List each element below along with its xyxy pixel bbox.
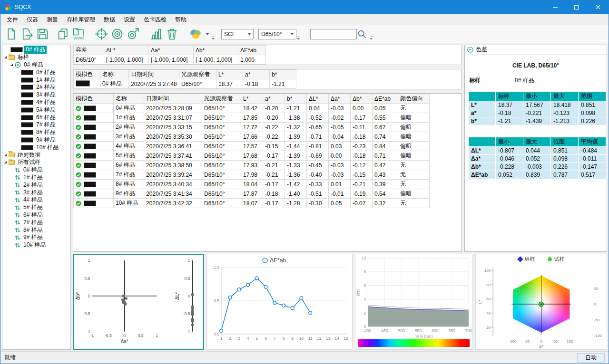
menu-item[interactable]: 帮助 [171,14,191,25]
table-row[interactable]: 10# 样品2020/7/25 3:42:32D65/10°18.07-0.17… [74,199,462,208]
tree-item[interactable]: 0# 样品 [2,46,70,54]
tree-item[interactable]: 标样 [2,54,70,61]
tree-item[interactable]: 4# 样品 [2,99,70,106]
menu-item[interactable]: 色卡匹检 [139,14,171,25]
tree-item[interactable]: 10# 样品 [2,241,70,249]
tree-item[interactable]: 0# 样品 [2,68,70,76]
expander-icon[interactable] [4,154,7,156]
svg-text:20: 20 [486,326,491,330]
menu-item[interactable]: 文件 [2,14,22,25]
new-file-button[interactable] [4,27,18,41]
tree-item[interactable]: 3# 样品 [2,189,70,196]
menu-item[interactable]: 测量 [42,14,62,25]
column-header: a* [263,94,285,104]
tree-item[interactable]: 0# 样品 [2,61,70,69]
menu-item[interactable]: 设置 [119,14,139,25]
tree-item[interactable]: 0# 样品 [2,166,70,174]
deltae-line-chart-panel[interactable]: ΔE*ab0.00.51.0123456789101112131415 [206,254,353,350]
color-swatch [84,172,96,178]
tree-item[interactable]: 8# 样品 [2,129,70,136]
collapse-panel-icon[interactable] [467,47,473,53]
tree-item[interactable]: 1# 样品 [2,174,70,182]
tree-item[interactable]: 7# 样品 [2,219,70,226]
tree-item[interactable]: 9# 样品 [2,136,70,144]
export-file-button[interactable] [20,27,34,41]
minimize-button[interactable] [544,0,566,14]
folder-icon [9,55,15,60]
stats-row: b*-1.21-1.439-1.2130.226 [469,117,606,125]
tree-item[interactable]: 5# 样品 [2,204,70,211]
svg-text:0: 0 [88,294,90,298]
illuminant-select[interactable]: D65/10° [258,29,296,39]
tree-item[interactable]: 所有试样 [2,159,70,166]
table-row[interactable]: 1# 样品2020/7/25 3:31:07D65/10°17.85-0.20-… [74,113,462,123]
table-row[interactable]: D65/10°[-1.000, 1.000][-1.000, 1.000][-1… [74,55,462,65]
chart-button[interactable] [149,27,163,41]
tree-item[interactable]: 6# 样品 [2,114,70,121]
table-row[interactable]: 5# 样品2020/7/25 3:37:41D65/10°17.68-0.17-… [74,151,462,161]
save-button[interactable] [36,27,49,41]
tree-item[interactable]: 4# 样品 [2,196,70,204]
menu-item[interactable]: 数据 [99,14,119,25]
measure-standard-button[interactable] [110,27,124,41]
search-input[interactable] [310,29,357,39]
table-row[interactable]: 4# 样品2020/7/25 3:36:41D65/10°17.57-0.15-… [74,142,462,151]
column-header: b* [285,94,307,104]
table-row[interactable]: 7# 样品2020/7/25 3:39:24D65/10°17.98-0.21-… [74,170,462,180]
svg-text:11: 11 [308,336,313,341]
svg-text:60: 60 [486,297,491,301]
svg-text:-0.5: -0.5 [83,311,90,316]
svg-text:0: 0 [123,333,126,338]
calibration-button[interactable] [95,27,108,41]
search-button[interactable] [357,29,367,39]
color-swatch [21,85,33,90]
table-row[interactable]: 6# 样品2020/7/25 3:38:50D65/10°17.93-0.21-… [74,161,462,170]
menu-item[interactable]: 存样库管理 [62,14,99,25]
tree-item[interactable]: 2# 样品 [2,181,70,189]
tree-item[interactable]: 6# 样品 [2,211,70,219]
tree-item[interactable]: 10# 样品 [2,144,70,151]
spectrum-bar [358,339,470,347]
maximize-button[interactable] [566,0,587,14]
spectral-chart-panel[interactable]: 0246810400450500550600650700R%波长(nm) [355,254,473,350]
tree-item[interactable]: 9# 样品 [2,234,70,241]
expander-icon[interactable] [4,56,7,58]
tree-item[interactable]: 1# 样品 [2,76,70,84]
measure-sample-button[interactable] [126,27,140,41]
svg-text:-0.5: -0.5 [183,311,190,316]
auto-mode-button[interactable]: 自动 [577,353,605,363]
colorwheel-chart-panel[interactable]: 标样试样 10080604020L*500-50-100-100-5005010… [475,254,607,350]
table-row[interactable]: 0# 样品2020/7/25 3:28:09D65/10°18.42-0.20-… [74,104,462,113]
table-row[interactable]: 3# 样品2020/7/25 3:35:30D65/10°17.66-0.22-… [74,132,462,142]
color-palette-button[interactable] [188,28,209,41]
table-row[interactable]: 0# 样品2020/7/25 3:27:48D65/10°18.37-0.18-… [74,79,462,89]
sci-select[interactable]: SCI [221,29,254,39]
toolbar-overflow-icon[interactable] [297,37,300,41]
delta-stats-table: 最小最大范围平均值ΔL*-0.8070.0440.851-0.484Δa*-0.… [468,137,606,179]
delete-button[interactable] [165,27,179,41]
toolbar-overflow-icon[interactable] [212,37,215,41]
tree-item[interactable]: 7# 样品 [2,121,70,129]
word-export-button[interactable]: Word [72,28,85,41]
column-header: Δa* [149,46,194,55]
tree-item[interactable]: 3# 样品 [2,91,70,99]
table-row[interactable]: 8# 样品2020/7/25 3:40:34D65/10°18.04-0.17-… [74,180,462,189]
toolbar-overflow-icon[interactable] [370,37,373,41]
menu-item[interactable]: 仪器 [22,14,42,25]
tree-item[interactable]: 5# 样品 [2,106,70,114]
tree-item[interactable]: 2# 样品 [2,84,70,91]
table-row[interactable]: 2# 样品2020/7/25 3:33:15D65/10°17.72-0.22-… [74,123,462,132]
scatter-chart-panel[interactable]: 10.50-0.5-1-1-0.500.51Δb*Δa*10.50-0.5-1Δ… [73,254,204,350]
expander-icon[interactable] [10,64,13,66]
close-button[interactable] [587,0,609,14]
tree-item[interactable]: 绝对数据 [2,151,70,159]
table-row[interactable]: 9# 样品2020/7/25 3:41:34D65/10°17.87-0.18-… [74,189,462,199]
colorspace-label: CIE LAB, D65/10° [468,62,603,69]
expander-icon[interactable] [4,161,7,163]
column-header: 名称 [100,70,129,79]
standard-table: 模拟色名称日期时间光源观察者L*a*b*0# 样品2020/7/25 3:27:… [73,69,462,89]
tree-item[interactable]: 8# 样品 [2,226,70,234]
measure-arrows-icon [15,212,20,218]
svg-text:ΔL*: ΔL* [175,292,180,300]
copy-button[interactable] [56,27,70,41]
